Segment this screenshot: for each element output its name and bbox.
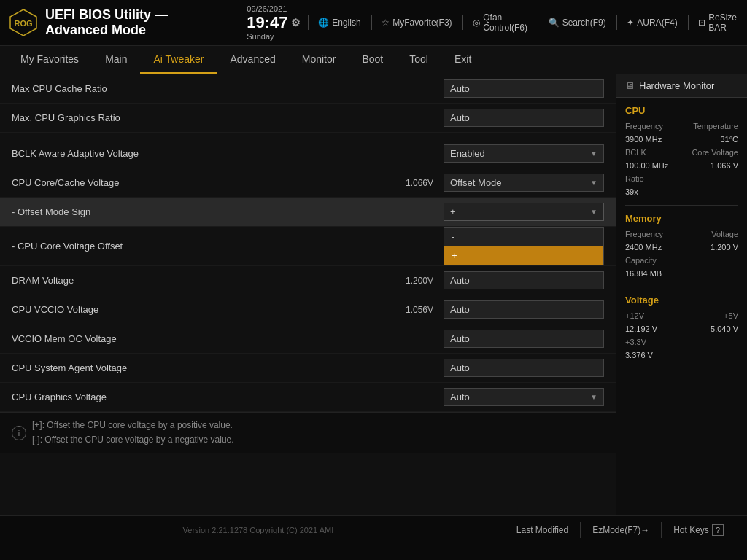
- chevron-down-icon-3: ▼: [590, 208, 597, 216]
- nav-boot[interactable]: Boot: [349, 46, 396, 74]
- option-plus[interactable]: +: [444, 246, 604, 265]
- monitor-icon: 🖥: [625, 80, 635, 91]
- tool-search-label: Search(F9): [562, 18, 606, 28]
- row-cpu-core-voltage-offset: - CPU Core Voltage Offset - +: [0, 227, 616, 266]
- hw-mem-capacity-label: Capacity: [625, 256, 657, 265]
- footer: Version 2.21.1278 Copyright (C) 2021 AMI…: [0, 515, 747, 545]
- tool-qfan-label: Qfan Control(F6): [483, 12, 527, 33]
- clock: 19:47 ⚙: [247, 13, 300, 32]
- footer-last-modified[interactable]: Last Modified: [505, 522, 581, 538]
- hw-v12-val-row: 12.192 V 5.040 V: [625, 324, 738, 333]
- label-max-cpu-cache-ratio: Max CPU Cache Ratio: [12, 83, 444, 94]
- dropdown-cpu-graphics-voltage-value: Auto: [450, 392, 470, 402]
- hw-monitor-title: 🖥 Hardware Monitor: [616, 74, 747, 98]
- tool-aura[interactable]: ✦ AURA(F4): [627, 18, 677, 28]
- hw-cpu-ratio-val-row: 39x: [625, 187, 738, 196]
- tool-aura-label: AURA(F4): [637, 18, 677, 28]
- nav-exit[interactable]: Exit: [441, 46, 484, 74]
- hw-voltage-title: Voltage: [625, 295, 738, 306]
- hw-cpu-freq-val-row: 3900 MHz 31°C: [625, 135, 738, 144]
- tool-myfavorite-label: MyFavorite(F3): [392, 18, 452, 28]
- control-cpu-system-agent-voltage: Auto: [444, 359, 604, 377]
- hw-voltage-section: Voltage +12V +5V 12.192 V 5.040 V +3.3V …: [616, 287, 747, 368]
- row-offset-mode-sign: - Offset Mode Sign + ▼: [0, 198, 616, 227]
- hw-mem-voltage-label: Voltage: [711, 230, 738, 238]
- value-cpu-vccio-voltage: 1.056V: [393, 305, 433, 315]
- dropdown-offset-mode-sign[interactable]: + ▼: [444, 203, 604, 221]
- hw-mem-freq-row: Frequency Voltage: [625, 230, 738, 238]
- control-cpu-graphics-voltage: Auto ▼: [444, 388, 604, 406]
- tool-qfan[interactable]: ◎ Qfan Control(F6): [473, 12, 527, 33]
- dropdown-cpu-core-cache-voltage[interactable]: Offset Mode ▼: [444, 174, 604, 192]
- hw-mem-freq-value: 2400 MHz: [625, 243, 662, 252]
- settings-gear-icon[interactable]: ⚙: [291, 17, 301, 28]
- label-max-cpu-graphics-ratio: Max. CPU Graphics Ratio: [12, 112, 444, 123]
- dropdown-bclk-aware[interactable]: Enabled ▼: [444, 144, 604, 163]
- info-icon: i: [12, 426, 26, 440]
- tool-resizebar[interactable]: ⊡ ReSize BAR: [698, 12, 738, 33]
- input-dram-voltage[interactable]: Auto: [444, 271, 604, 289]
- content-area: Max CPU Cache Ratio Auto Max. CPU Graphi…: [0, 74, 616, 515]
- footer-hot-keys[interactable]: Hot Keys ?: [662, 521, 735, 539]
- nav-my-favorites[interactable]: My Favorites: [7, 46, 92, 74]
- row-cpu-system-agent-voltage: CPU System Agent Voltage Auto: [0, 354, 616, 383]
- row-cpu-graphics-voltage: CPU Graphics Voltage Auto ▼: [0, 383, 616, 412]
- hw-cpu-ratio-label: Ratio: [625, 174, 644, 183]
- input-max-cpu-cache-ratio[interactable]: Auto: [444, 79, 604, 98]
- hw-cpu-title: CPU: [625, 105, 738, 116]
- control-dram-voltage: 1.200V Auto: [393, 271, 604, 289]
- svg-text:ROG: ROG: [14, 19, 32, 28]
- hw-cpu-temp-label: Temperature: [693, 122, 738, 131]
- tool-search[interactable]: 🔍 Search(F9): [549, 18, 606, 28]
- hw-v12-value: 12.192 V: [625, 324, 657, 333]
- nav-ai-tweaker[interactable]: Ai Tweaker: [140, 46, 217, 74]
- footer-copyright: Version 2.21.1278 Copyright (C) 2021 AMI: [12, 526, 505, 534]
- hw-cpu-bclk-value: 100.00 MHz: [625, 161, 668, 170]
- hw-mem-capacity-row: Capacity: [625, 256, 738, 265]
- top-bar: ROG UEFI BIOS Utility — Advanced Mode 09…: [0, 0, 747, 46]
- sep2: [371, 15, 372, 30]
- hw-v33-row: +3.3V: [625, 338, 738, 346]
- bios-title: UEFI BIOS Utility — Advanced Mode: [45, 7, 232, 38]
- label-offset-mode-sign: - Offset Mode Sign: [12, 206, 444, 217]
- label-cpu-core-cache-voltage: CPU Core/Cache Voltage: [12, 177, 393, 188]
- nav-main[interactable]: Main: [92, 46, 140, 74]
- label-dram-voltage: DRAM Voltage: [12, 275, 393, 286]
- hw-monitor-label: Hardware Monitor: [639, 80, 714, 91]
- label-bclk-aware: BCLK Aware Adaptive Voltage: [12, 148, 444, 159]
- tool-myfavorite[interactable]: ☆ MyFavorite(F3): [382, 18, 452, 28]
- nav-monitor[interactable]: Monitor: [289, 46, 349, 74]
- globe-icon: 🌐: [318, 18, 329, 28]
- dropdown-bclk-aware-value: Enabled: [450, 148, 485, 159]
- hw-cpu-bclk-label: BCLK: [625, 148, 646, 157]
- bios-title-block: UEFI BIOS Utility — Advanced Mode: [45, 7, 232, 38]
- footer-hot-keys-label: Hot Keys: [673, 525, 709, 535]
- control-max-cpu-graphics-ratio: Auto: [444, 109, 604, 127]
- input-max-cpu-graphics-ratio[interactable]: Auto: [444, 109, 604, 127]
- hw-v33-label: +3.3V: [625, 338, 646, 346]
- footer-ez-mode[interactable]: EzMode(F7)→: [581, 522, 662, 538]
- date-label: 09/26/2021: [247, 4, 300, 13]
- input-cpu-system-agent-voltage[interactable]: Auto: [444, 359, 604, 377]
- nav-tool[interactable]: Tool: [396, 46, 441, 74]
- row-vccio-mem-oc: VCCIO Mem OC Voltage Auto: [0, 324, 616, 354]
- label-vccio-mem-oc: VCCIO Mem OC Voltage: [12, 333, 444, 344]
- input-cpu-vccio-voltage[interactable]: Auto: [444, 300, 604, 319]
- dropdown-options-container: - +: [444, 227, 604, 265]
- option-minus[interactable]: -: [444, 227, 604, 246]
- hw-cpu-core-voltage-label: Core Voltage: [692, 148, 738, 157]
- hw-v5-label: +5V: [724, 311, 738, 320]
- info-bar: i [+]: Offset the CPU core voltage by a …: [0, 412, 616, 453]
- sep5: [616, 15, 617, 30]
- nav-advanced[interactable]: Advanced: [217, 46, 288, 74]
- input-vccio-mem-oc[interactable]: Auto: [444, 330, 604, 348]
- sep6: [688, 15, 689, 30]
- dropdown-cpu-graphics-voltage[interactable]: Auto ▼: [444, 388, 604, 406]
- hw-cpu-temp-value: 31°C: [720, 135, 738, 144]
- control-vccio-mem-oc: Auto: [444, 330, 604, 348]
- tool-english[interactable]: 🌐 English: [318, 18, 360, 28]
- datetime-block: 09/26/2021 19:47 ⚙ Sunday: [247, 4, 300, 41]
- right-panel: 🖥 Hardware Monitor CPU Frequency Tempera…: [616, 74, 747, 515]
- hw-mem-voltage-value: 1.200 V: [711, 243, 738, 252]
- sep4: [538, 15, 538, 30]
